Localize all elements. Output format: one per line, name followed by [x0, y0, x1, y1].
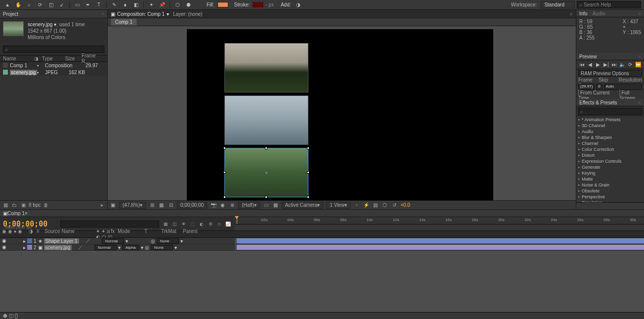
first-frame-icon[interactable]: ⏮ [579, 61, 586, 68]
effects-category[interactable]: Expression Controls [576, 158, 644, 164]
stroke-width[interactable]: - px [265, 2, 274, 7]
zoom-select[interactable]: (47.8%) ▾ [119, 202, 146, 209]
roto-tool-icon[interactable]: ✦ [147, 0, 156, 9]
effects-category[interactable]: Perspective [576, 194, 644, 200]
effects-category[interactable]: Keying [576, 170, 644, 176]
effects-category[interactable]: 3D Channel [576, 123, 644, 129]
eraser-tool-icon[interactable]: ◧ [131, 0, 140, 9]
flowchart-icon[interactable]: ▸ [98, 202, 105, 209]
layer-image-1[interactable] [224, 43, 308, 92]
project-row-file[interactable]: scenery.jpg ▪ JPEG 162 KB [0, 69, 107, 76]
effects-search-input[interactable]: ⌕ [578, 108, 642, 115]
timeline-tab[interactable]: ▣ Comp 1 × [0, 210, 644, 217]
effects-category[interactable]: Matte [576, 176, 644, 182]
resolution-select[interactable]: (Half) ▾ [238, 202, 259, 209]
toggle-switches-icon[interactable]: ⬢ ◫ {} [3, 313, 18, 319]
layer-viewer-tab[interactable]: Layer: (none) [173, 11, 202, 17]
preview-panel-tab[interactable]: Preview≡ [576, 53, 644, 60]
timeline-layer-1[interactable]: ◉ ▸ 1 ★ Shape Layer 1 ／ Normal▾ ◎None▾ [0, 238, 644, 244]
project-search-input[interactable]: ⌕ [3, 46, 104, 53]
puppet-tool-icon[interactable]: 📌 [158, 0, 167, 9]
loop-icon[interactable]: ⟳ [627, 61, 634, 68]
new-folder-icon[interactable]: 🗀 [11, 202, 18, 209]
camera-tool-icon[interactable]: ◫ [46, 0, 55, 9]
ram-preview-select[interactable]: RAM Preview Options [578, 70, 642, 77]
flowchart-icon[interactable]: ⬡ [382, 202, 388, 208]
brainstorm-icon[interactable]: ⚙ [207, 220, 214, 228]
handle-t[interactable] [265, 147, 267, 149]
selection-tool-icon[interactable]: ▲ [3, 0, 12, 9]
handle-tr[interactable] [307, 147, 309, 149]
channel-menu-icon[interactable]: ⊕ [229, 202, 235, 208]
pixel-aspect-icon[interactable]: ▫ [353, 202, 360, 208]
effects-category[interactable]: Blur & Sharpen [576, 135, 644, 140]
handle-bl[interactable] [223, 196, 226, 198]
skip-input[interactable]: 0 [596, 84, 602, 90]
audio-panel-tab[interactable]: Audio [593, 11, 605, 16]
comp-mini-flowchart-icon[interactable]: ▦ [162, 220, 170, 228]
layer-image-2[interactable] [224, 95, 308, 145]
layer-image-3-selected[interactable] [224, 148, 308, 197]
shy-icon[interactable]: 👁 [180, 220, 187, 228]
comp-tab[interactable]: Comp 1 [111, 18, 137, 26]
rect-tool-icon[interactable]: ▭ [73, 0, 82, 9]
handle-b[interactable] [265, 196, 267, 198]
playhead[interactable] [237, 217, 237, 224]
timeline-search-input[interactable] [60, 221, 159, 228]
project-panel-tab[interactable]: Project≡ [0, 10, 107, 18]
panel-menu-icon[interactable]: ≡ [570, 11, 573, 17]
fill-swatch[interactable] [217, 2, 228, 7]
last-frame-icon[interactable]: ⏭ [611, 61, 618, 68]
timeline-layer-2[interactable]: ◉ ▸ 2 ▣ scenery.jpg ／ Normal▾ Alpha▾ ◎No… [0, 244, 644, 251]
snapshot-icon[interactable]: 📷 [210, 202, 216, 208]
play-icon[interactable]: ▶ [595, 61, 601, 68]
res-menu-icon[interactable]: ⊞ [149, 202, 155, 208]
graph-editor-icon[interactable]: 📈 [224, 220, 232, 228]
stroke-swatch[interactable] [253, 2, 263, 7]
composition-viewer[interactable] [108, 26, 576, 200]
prev-frame-icon[interactable]: ◀ [587, 61, 594, 68]
new-comp-icon[interactable]: ▣ [20, 202, 27, 209]
time-display[interactable]: 0;00;00;00 [177, 202, 207, 209]
motion-blur-icon[interactable]: ◐ [198, 220, 205, 228]
handle-br[interactable] [307, 196, 309, 198]
add-dropdown-icon[interactable]: ◑ [294, 0, 303, 9]
resolution-input[interactable]: Auto [604, 84, 642, 90]
local-axis-icon[interactable]: ⬡ [173, 0, 182, 9]
info-panel-tab[interactable]: Info Audio ≡ [576, 10, 644, 17]
type-tool-icon[interactable]: T [94, 0, 103, 9]
effects-category[interactable]: Channel [576, 140, 644, 146]
always-preview-icon[interactable]: ▣ [110, 202, 116, 208]
timeline-icon[interactable]: ▤ [372, 202, 379, 208]
effects-category[interactable]: Distort [576, 152, 644, 158]
effects-category[interactable]: * Animation Presets [576, 117, 644, 123]
reset-exp-icon[interactable]: ↺ [391, 202, 397, 208]
draft3d-icon[interactable]: ◫ [171, 220, 178, 228]
project-row-comp[interactable]: Comp 1 ▪ Composition 29.97 [0, 62, 107, 69]
effects-category[interactable]: Color Correction [576, 146, 644, 152]
pen-tool-icon[interactable]: ✒ [84, 0, 92, 9]
show-channel-icon[interactable]: ◉ [219, 202, 226, 208]
handle-tl[interactable] [223, 147, 226, 149]
world-axis-icon[interactable]: ⬢ [184, 0, 193, 9]
hand-tool-icon[interactable]: ✋ [14, 0, 23, 9]
zoom-tool-icon[interactable]: ⌕ [25, 0, 34, 9]
ram-preview-icon[interactable]: ⏩ [635, 61, 642, 68]
effects-category[interactable]: Noise & Grain [576, 182, 644, 188]
behind-tool-icon[interactable]: ↙ [57, 0, 66, 9]
camera-select[interactable]: Active Camera ▾ [282, 202, 324, 209]
time-ruler[interactable]: 02s04s06s08s10s12s14s16s18s20s22s24s26s2… [235, 217, 644, 225]
effects-category[interactable]: Obsolete [576, 188, 644, 194]
stamp-tool-icon[interactable]: ∎ [121, 0, 129, 9]
framerate-input[interactable]: (29.97) [578, 84, 595, 90]
effects-category[interactable]: Audio [576, 129, 644, 135]
exposure-value[interactable]: +0.0 [400, 202, 410, 208]
effects-category[interactable]: Generate [576, 164, 644, 170]
effects-panel-tab[interactable]: Effects & Presets≡ [576, 99, 644, 106]
bpc-label[interactable]: 8 bpc [29, 202, 41, 208]
rotate-tool-icon[interactable]: ⟳ [36, 0, 44, 9]
brush-tool-icon[interactable]: ✎ [110, 0, 119, 9]
frame-blend-icon[interactable]: ⬚ [189, 220, 196, 228]
panel-menu-icon[interactable]: ≡ [102, 12, 104, 16]
trash-icon[interactable]: 🗑 [43, 202, 49, 209]
